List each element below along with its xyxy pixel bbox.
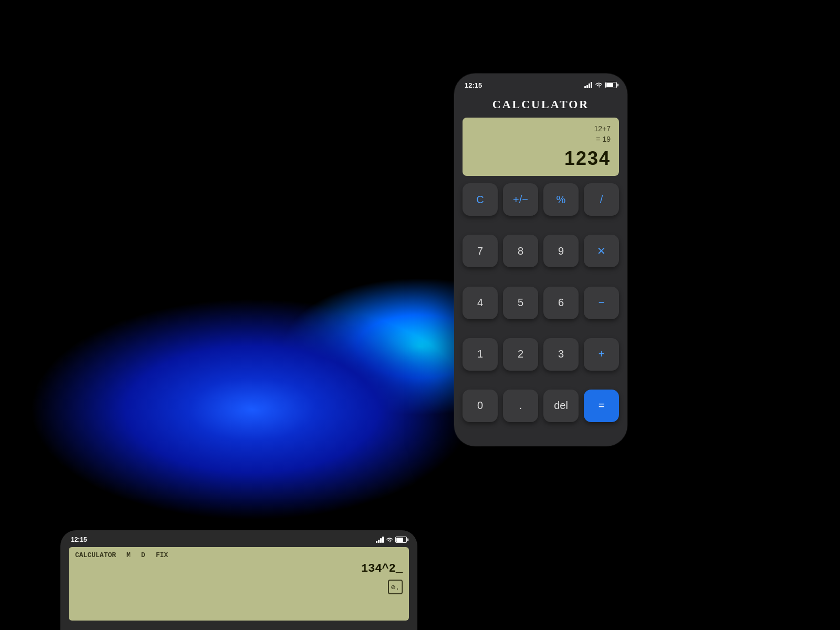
secondary-display-labels: CALCULATOR M D FIX: [75, 551, 403, 562]
secondary-calculator-display: CALCULATOR M D FIX 134^2_ ⊘.: [69, 547, 409, 621]
status-icons-main: [584, 82, 617, 88]
display-history: 12+7 = 19: [471, 124, 611, 144]
status-bar-main: 12:15: [454, 74, 627, 93]
button-plus-minus[interactable]: +/−: [503, 183, 538, 216]
button-0[interactable]: 0: [463, 390, 498, 422]
button-subtract[interactable]: −: [584, 287, 619, 319]
button-2[interactable]: 2: [503, 338, 538, 371]
phone-main: 12:15 CALCULATOR 12+7 = 19 1234: [454, 74, 627, 446]
secondary-display-icon-area: ⊘.: [75, 580, 403, 594]
button-5[interactable]: 5: [503, 287, 538, 319]
button-3[interactable]: 3: [543, 338, 579, 371]
history-line1: 12+7: [471, 124, 611, 134]
button-del[interactable]: del: [543, 390, 579, 422]
button-add[interactable]: +: [584, 338, 619, 371]
history-line2: = 19: [471, 134, 611, 145]
button-6[interactable]: 6: [543, 287, 579, 319]
button-1[interactable]: 1: [463, 338, 498, 371]
button-7[interactable]: 7: [463, 235, 498, 267]
phone-secondary: 12:15 CALCULATOR M D FIX 134^2_ ⊘.: [60, 530, 417, 630]
button-decimal[interactable]: .: [503, 390, 538, 422]
button-percent[interactable]: %: [543, 183, 579, 216]
sec-label-m: M: [127, 551, 131, 559]
calculator-display: 12+7 = 19 1234: [463, 118, 619, 176]
battery-icon-sec: [395, 537, 407, 543]
signal-icon: [584, 82, 592, 88]
corner-icon: ⊘.: [388, 580, 403, 594]
button-divide[interactable]: /: [584, 183, 619, 216]
button-c[interactable]: C: [463, 183, 498, 216]
app-title: CALCULATOR: [454, 93, 627, 118]
wifi-icon: [595, 82, 603, 88]
signal-icon-sec: [376, 537, 384, 543]
sec-label-fix: FIX: [156, 551, 168, 559]
status-bar-secondary: 12:15: [60, 530, 417, 547]
secondary-display-expression: 134^2_: [75, 562, 403, 575]
button-9[interactable]: 9: [543, 235, 579, 267]
button-8[interactable]: 8: [503, 235, 538, 267]
sec-label-d: D: [141, 551, 145, 559]
status-icons-secondary: [376, 537, 407, 543]
status-time-secondary: 12:15: [71, 536, 87, 543]
wifi-icon-sec: [386, 537, 393, 543]
button-multiply[interactable]: ✕: [584, 235, 619, 267]
display-current-value: 1234: [471, 148, 611, 170]
button-grid: C +/− % / 7 8 9 ✕ 4 5 6 − 1 2 3 + 0 . de…: [454, 183, 627, 446]
button-4[interactable]: 4: [463, 287, 498, 319]
sec-label-calculator: CALCULATOR: [75, 551, 116, 559]
status-time-main: 12:15: [465, 81, 482, 89]
button-equals[interactable]: =: [584, 390, 619, 422]
battery-icon: [605, 82, 617, 88]
